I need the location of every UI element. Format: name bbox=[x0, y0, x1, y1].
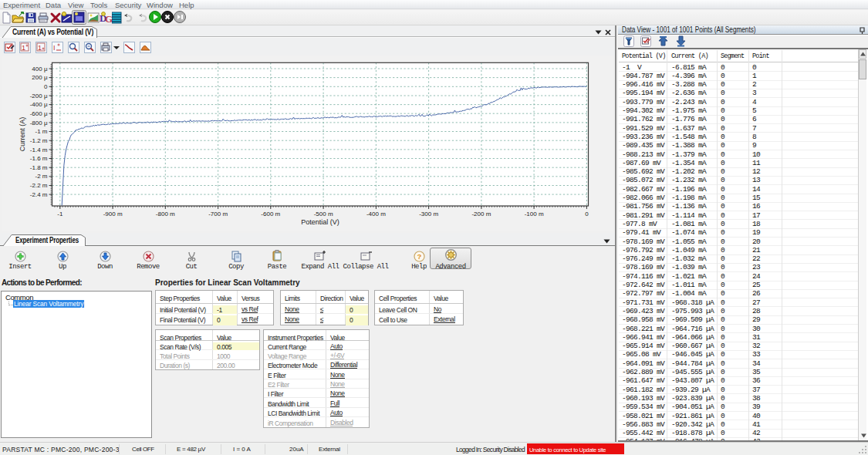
svg-text:Current (A): Current (A) bbox=[19, 117, 26, 152]
svg-text:0: 0 bbox=[44, 83, 48, 90]
svg-text:-800 μ: -800 μ bbox=[30, 120, 48, 126]
svg-text:-1.4 m: -1.4 m bbox=[30, 147, 48, 153]
svg-text:-400 μ: -400 μ bbox=[30, 101, 48, 108]
svg-text:0: 0 bbox=[585, 211, 589, 217]
svg-text:-300 m: -300 m bbox=[419, 211, 438, 217]
svg-text:-700 m: -700 m bbox=[208, 211, 228, 217]
svg-text:-1.6 m: -1.6 m bbox=[30, 155, 48, 162]
svg-text:-600 m: -600 m bbox=[261, 211, 280, 217]
svg-text:Potential (V): Potential (V) bbox=[301, 218, 339, 226]
svg-text:-200 m: -200 m bbox=[471, 211, 491, 217]
svg-text:-600 μ: -600 μ bbox=[30, 110, 48, 117]
svg-text:-1 m: -1 m bbox=[35, 128, 48, 135]
svg-text:-1: -1 bbox=[57, 211, 63, 217]
svg-text:-200 μ: -200 μ bbox=[30, 93, 48, 99]
svg-text:-2 m: -2 m bbox=[35, 173, 48, 180]
svg-text:I: I bbox=[53, 44, 56, 52]
svg-text:G: G bbox=[105, 13, 112, 24]
svg-text:400 μ: 400 μ bbox=[32, 66, 48, 72]
svg-text:-800 m: -800 m bbox=[156, 211, 175, 217]
svg-text:-900 m: -900 m bbox=[103, 211, 123, 217]
svg-text:-400 m: -400 m bbox=[366, 211, 386, 217]
svg-text:1: 1 bbox=[38, 44, 42, 52]
svg-text:-1.2 m: -1.2 m bbox=[30, 137, 48, 144]
svg-text:-100 m: -100 m bbox=[525, 211, 544, 217]
svg-text:-1.8 m: -1.8 m bbox=[30, 164, 48, 171]
svg-text:200 μ: 200 μ bbox=[32, 74, 48, 81]
svg-text:?: ? bbox=[417, 252, 422, 261]
svg-text:-2.4 m: -2.4 m bbox=[30, 191, 48, 198]
svg-text:-2.2 m: -2.2 m bbox=[30, 182, 48, 189]
svg-text:1: 1 bbox=[22, 44, 25, 52]
svg-text:-500 m: -500 m bbox=[314, 211, 333, 217]
